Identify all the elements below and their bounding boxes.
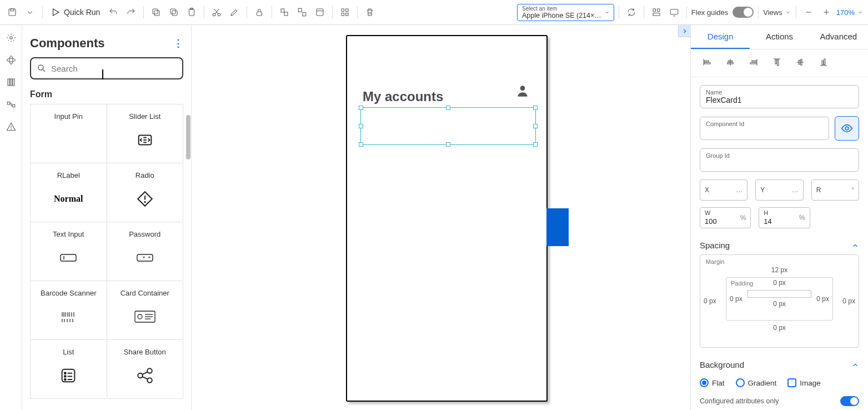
h-field[interactable]: H 14 %	[759, 207, 810, 228]
svg-rect-12	[281, 9, 284, 12]
component-input-pin[interactable]: Input Pin	[31, 104, 107, 163]
container-icon[interactable]	[312, 4, 328, 20]
svg-point-32	[9, 56, 13, 64]
edit-icon[interactable]	[227, 4, 242, 20]
components-menu-icon[interactable]: ⋮	[173, 37, 183, 49]
bg-flat-radio[interactable]: Flat	[700, 378, 725, 387]
svg-rect-16	[317, 9, 323, 16]
search-input-container[interactable]	[30, 57, 183, 79]
design-canvas[interactable]: My accounts	[192, 25, 690, 410]
svg-rect-34	[10, 79, 12, 86]
undo-button[interactable]	[106, 4, 121, 20]
refresh-icon[interactable]	[624, 4, 639, 20]
components-grid: Input Pin Slider List RLabel Normal Radi…	[30, 104, 183, 399]
selected-component[interactable]	[360, 107, 536, 145]
group-id-field[interactable]: Group Id	[700, 148, 859, 172]
spacing-section-head[interactable]: Spacing	[700, 235, 859, 254]
component-id-field[interactable]: Component Id	[700, 117, 829, 140]
bg-image-check[interactable]: Image	[787, 378, 821, 387]
section-label: Spacing	[700, 241, 730, 250]
atom-icon[interactable]	[6, 55, 16, 67]
component-text-input[interactable]: Text Input	[31, 222, 107, 281]
align-left-icon[interactable]	[702, 57, 712, 69]
panel-tabs: Design Actions Advanced	[691, 25, 868, 49]
svg-rect-36	[7, 102, 10, 105]
align-bottom-icon[interactable]	[819, 57, 829, 69]
x-field[interactable]: X…	[700, 179, 747, 201]
zoom-in-button[interactable]	[819, 4, 834, 20]
group-icon[interactable]	[277, 4, 292, 20]
bg-gradient-radio[interactable]: Gradient	[736, 378, 777, 387]
tab-advanced[interactable]: Advanced	[809, 25, 868, 49]
component-password[interactable]: Password ＊＊	[107, 222, 184, 281]
svg-rect-23	[657, 9, 660, 12]
text-cursor	[102, 69, 103, 79]
y-field[interactable]: Y…	[755, 179, 803, 201]
copy-button[interactable]	[148, 4, 164, 20]
flow-icon[interactable]	[6, 99, 16, 112]
align-right-icon[interactable]	[749, 57, 759, 69]
component-radio[interactable]: Radio	[107, 163, 184, 222]
section-title: Form	[30, 89, 183, 99]
quick-run-button[interactable]: Quick Run	[47, 5, 103, 19]
svg-rect-90	[752, 61, 756, 62]
svg-rect-24	[653, 13, 660, 16]
component-label: List	[63, 348, 74, 356]
scrollbar-thumb[interactable]	[186, 115, 190, 159]
align-top-icon[interactable]	[772, 57, 782, 69]
svg-rect-14	[299, 8, 302, 12]
right-panel-toggle[interactable]	[678, 25, 690, 37]
grid-icon[interactable]	[337, 4, 353, 20]
layout-tree-icon[interactable]	[649, 4, 664, 20]
canvas-side-tab[interactable]	[546, 208, 569, 246]
properties-panel: Design Actions Advanced Name FlexCard1 C…	[690, 25, 868, 410]
svg-point-79	[147, 378, 152, 383]
w-field[interactable]: W 100 %	[700, 207, 751, 228]
component-share-button[interactable]: Share Button	[107, 340, 184, 399]
background-section-head[interactable]: Background	[700, 354, 859, 374]
paste-button[interactable]	[184, 4, 199, 20]
box-model[interactable]: Margin 12 px 0 px 0 px Padding 0 px 0 px…	[700, 254, 859, 348]
delete-button[interactable]	[362, 4, 378, 20]
redo-button[interactable]	[123, 4, 139, 20]
r-field[interactable]: R°	[811, 179, 859, 201]
align-tools	[691, 49, 868, 77]
zoom-level[interactable]: 170%	[836, 8, 864, 17]
component-rlabel[interactable]: RLabel Normal	[31, 163, 107, 222]
flex-guides-switch[interactable]	[732, 7, 754, 18]
tab-design[interactable]: Design	[691, 25, 750, 49]
chevron-up-icon	[851, 242, 859, 249]
save-button[interactable]	[4, 4, 20, 20]
settings-icon[interactable]	[6, 33, 16, 45]
zoom-out-button[interactable]	[801, 4, 816, 20]
svg-rect-3	[154, 11, 159, 16]
cut-button[interactable]	[166, 4, 182, 20]
search-input[interactable]	[51, 64, 177, 73]
svg-rect-37	[12, 104, 15, 107]
library-icon[interactable]	[6, 77, 16, 89]
svg-text:＊＊: ＊＊	[141, 255, 152, 261]
component-list[interactable]: List	[31, 340, 107, 399]
component-label: Text Input	[53, 230, 84, 238]
ungroup-icon[interactable]	[294, 4, 310, 20]
component-card-container[interactable]: Card Container	[107, 281, 184, 340]
name-field[interactable]: Name FlexCard1	[700, 85, 859, 108]
warning-icon[interactable]	[6, 122, 16, 134]
rlabel-icon-text: Normal	[54, 186, 83, 212]
save-dropdown[interactable]	[22, 4, 38, 20]
views-button[interactable]: Views	[763, 8, 791, 17]
cut-icon[interactable]	[209, 4, 224, 20]
device-select[interactable]: Select an item Apple iPhone SE (214×…	[517, 4, 614, 21]
flex-guides-toggle[interactable]: Flex guides	[691, 7, 754, 18]
svg-point-30	[9, 37, 12, 39]
configured-only-switch[interactable]	[840, 396, 859, 406]
align-center-h-icon[interactable]	[725, 57, 735, 69]
preview-icon[interactable]	[666, 4, 682, 20]
lock-icon[interactable]	[252, 4, 267, 20]
views-label: Views	[763, 8, 782, 17]
tab-actions[interactable]: Actions	[750, 25, 809, 49]
visibility-button[interactable]	[835, 116, 859, 141]
component-slider-list[interactable]: Slider List	[107, 104, 184, 163]
align-center-v-icon[interactable]	[795, 57, 805, 69]
component-barcode-scanner[interactable]: Barcode Scanner	[31, 281, 107, 340]
